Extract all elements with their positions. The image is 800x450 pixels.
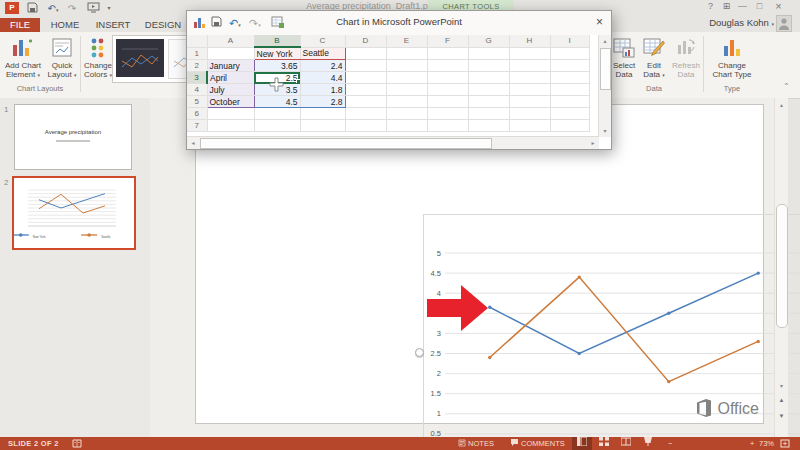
fit-to-window-icon[interactable]: [780, 439, 790, 450]
undo-icon[interactable]: ↶▾: [44, 2, 62, 15]
cell-A1[interactable]: [207, 47, 254, 60]
select-all-corner[interactable]: [187, 35, 207, 47]
cell-I2[interactable]: [550, 60, 589, 72]
cell-H7[interactable]: [509, 120, 550, 132]
column-header-E[interactable]: E: [386, 35, 427, 47]
slide-sorter-view-button[interactable]: [594, 437, 614, 450]
cell-E5[interactable]: [386, 96, 427, 108]
tab-file[interactable]: FILE: [0, 18, 40, 32]
cell-E6[interactable]: [386, 108, 427, 120]
cell-A6[interactable]: [207, 108, 254, 120]
slideshow-view-button[interactable]: [638, 437, 658, 450]
cell-G6[interactable]: [468, 108, 509, 120]
zoom-level[interactable]: 73%: [759, 437, 774, 450]
cell-B1[interactable]: New York: [254, 47, 300, 60]
scroll-down-icon[interactable]: ▾: [775, 380, 788, 392]
tab-home[interactable]: HOME: [44, 18, 86, 32]
row-header-6[interactable]: 6: [187, 108, 207, 120]
sheet-horizontal-scrollbar[interactable]: ◂ ▸: [187, 136, 599, 149]
tab-design[interactable]: DESIGN: [140, 18, 186, 32]
cell-H6[interactable]: [509, 108, 550, 120]
cell-D1[interactable]: [345, 47, 386, 60]
close-icon[interactable]: ×: [771, 0, 786, 13]
cell-A2[interactable]: January: [207, 60, 254, 72]
cell-D7[interactable]: [345, 120, 386, 132]
cell-G3[interactable]: [468, 72, 509, 84]
cell-G5[interactable]: [468, 96, 509, 108]
cell-I1[interactable]: [550, 47, 589, 60]
cell-H3[interactable]: [509, 72, 550, 84]
cell-A5[interactable]: October: [207, 96, 254, 108]
column-header-F[interactable]: F: [427, 35, 468, 47]
cell-C7[interactable]: [300, 120, 345, 132]
change-colors-button[interactable]: Change Colors ▾: [82, 34, 114, 94]
cell-D4[interactable]: [345, 84, 386, 96]
cell-E2[interactable]: [386, 60, 427, 72]
column-header-A[interactable]: A: [207, 35, 254, 47]
cell-A7[interactable]: [207, 120, 254, 132]
row-header-3[interactable]: 3: [187, 72, 207, 84]
cell-F6[interactable]: [427, 108, 468, 120]
cell-D3[interactable]: [345, 72, 386, 84]
customize-qat-icon[interactable]: ▾: [104, 2, 114, 15]
cell-C5[interactable]: 2.8: [300, 96, 345, 108]
cell-F5[interactable]: [427, 96, 468, 108]
slide-thumbnail-1[interactable]: Average precipitation: [14, 104, 132, 170]
cell-F1[interactable]: [427, 47, 468, 60]
notes-button[interactable]: NOTES: [458, 437, 494, 450]
help-icon[interactable]: ?: [703, 0, 718, 13]
scroll-right-icon[interactable]: ▸: [587, 137, 599, 149]
column-header-I[interactable]: I: [550, 35, 589, 47]
cell-B6[interactable]: [254, 108, 300, 120]
normal-view-button[interactable]: [572, 437, 592, 450]
slide-thumbnail-2[interactable]: New YorkSeattle: [12, 176, 136, 250]
user-name[interactable]: Douglas Kohn ▾: [709, 17, 774, 28]
cell-H5[interactable]: [509, 96, 550, 108]
cell-B2[interactable]: 3.65: [254, 60, 300, 72]
cell-I7[interactable]: [550, 120, 589, 132]
ribbon-display-icon[interactable]: ⊞: [719, 0, 734, 13]
cell-C4[interactable]: 1.8: [300, 84, 345, 96]
cell-D5[interactable]: [345, 96, 386, 108]
column-header-B[interactable]: B: [254, 35, 300, 47]
close-icon[interactable]: ×: [596, 15, 603, 29]
cell-C2[interactable]: 2.4: [300, 60, 345, 72]
spreadsheet[interactable]: ABCDEFGHI1New YorkSeattle2January3.652.4…: [187, 35, 599, 137]
cell-C6[interactable]: [300, 108, 345, 120]
cell-B7[interactable]: [254, 120, 300, 132]
scrollbar-thumb[interactable]: [200, 138, 492, 149]
restore-icon[interactable]: □: [752, 0, 767, 13]
cell-E4[interactable]: [386, 84, 427, 96]
save-icon[interactable]: [25, 2, 39, 15]
cell-F7[interactable]: [427, 120, 468, 132]
cell-F2[interactable]: [427, 60, 468, 72]
cell-I4[interactable]: [550, 84, 589, 96]
cell-A4[interactable]: July: [207, 84, 254, 96]
sheet-vertical-scrollbar[interactable]: ▴ ▾: [598, 35, 611, 137]
cell-E3[interactable]: [386, 72, 427, 84]
scrollbar-thumb[interactable]: [600, 48, 611, 90]
chart-data-window[interactable]: ↶▾ ↷▾ Chart in Microsoft PowerPoint × AB…: [186, 10, 612, 150]
row-header-1[interactable]: 1: [187, 47, 207, 60]
start-from-beginning-icon[interactable]: [85, 2, 101, 15]
row-header-5[interactable]: 5: [187, 96, 207, 108]
cell-C3[interactable]: 4.4: [300, 72, 345, 84]
scroll-up-icon[interactable]: ▴: [775, 99, 788, 111]
column-header-H[interactable]: H: [509, 35, 550, 47]
minimize-icon[interactable]: —: [735, 0, 750, 13]
cell-G2[interactable]: [468, 60, 509, 72]
cell-F3[interactable]: [427, 72, 468, 84]
row-header-4[interactable]: 4: [187, 84, 207, 96]
proofing-icon[interactable]: [72, 439, 82, 450]
resize-handle-left[interactable]: [415, 348, 424, 357]
column-header-C[interactable]: C: [300, 35, 345, 47]
cell-D2[interactable]: [345, 60, 386, 72]
cell-G1[interactable]: [468, 47, 509, 60]
cell-E1[interactable]: [386, 47, 427, 60]
chart-style-thumbnail-dark[interactable]: [116, 39, 164, 77]
scrollbar-thumb[interactable]: [776, 204, 788, 328]
tab-insert[interactable]: INSERT: [90, 18, 136, 32]
collapse-ribbon-icon[interactable]: ⌃: [783, 82, 790, 91]
comments-button[interactable]: COMMENTS: [510, 437, 565, 450]
cell-G4[interactable]: [468, 84, 509, 96]
